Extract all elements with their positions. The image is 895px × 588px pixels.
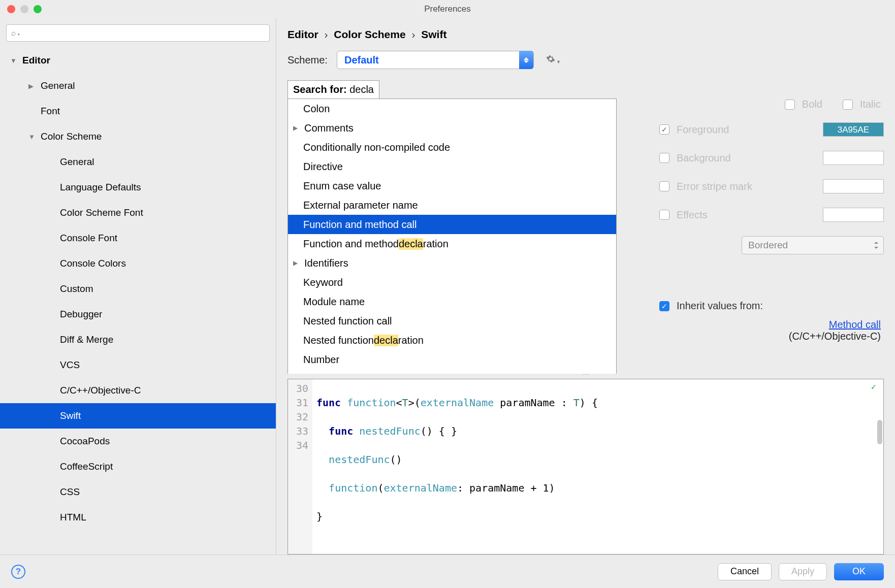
checkbox-icon[interactable]	[659, 181, 669, 191]
chevron-right-icon: ▶	[28, 82, 36, 90]
sidebar-item-label: C/C++/Objective-C	[60, 385, 141, 396]
sidebar-item[interactable]: ▶General	[0, 73, 276, 99]
attribute-label: Enum case value	[303, 180, 381, 192]
sidebar-item[interactable]: Debugger	[0, 302, 276, 327]
checkbox-icon[interactable]	[785, 100, 795, 110]
checkbox-icon[interactable]	[659, 153, 669, 163]
sidebar-search-input[interactable]	[6, 24, 270, 42]
sidebar-item[interactable]: Font	[0, 99, 276, 124]
attribute-list[interactable]: Colon▶CommentsConditionally non-compiled…	[287, 99, 617, 374]
attribute-label: Nested function call	[303, 315, 392, 327]
maximize-icon[interactable]	[34, 5, 42, 13]
sidebar-item[interactable]: Color Scheme Font	[0, 200, 276, 225]
sidebar-item[interactable]: General	[0, 149, 276, 175]
sidebar-item-editor[interactable]: ▼ Editor	[0, 48, 276, 73]
sidebar-item[interactable]: C/C++/Objective-C	[0, 378, 276, 403]
sidebar-item[interactable]: Diff & Merge	[0, 327, 276, 352]
chevron-down-icon: ▼	[10, 57, 17, 64]
effects-type-row: Bordered	[659, 236, 884, 254]
effects-label: Effects	[677, 209, 823, 221]
background-row: Background	[659, 151, 884, 165]
sidebar-item[interactable]: CSS	[0, 479, 276, 505]
sidebar-item-label: Editor	[22, 55, 50, 66]
sidebar-item[interactable]: HTML	[0, 505, 276, 530]
checkbox-icon[interactable]	[659, 124, 669, 135]
code-area[interactable]: func function<T>(externalName paramName …	[312, 379, 883, 554]
bold-checkbox-row[interactable]: Bold	[785, 99, 822, 110]
attribute-label: Module name	[303, 296, 365, 308]
scheme-label: Scheme:	[287, 54, 328, 66]
search-icon: ⌕▾	[11, 28, 21, 38]
effects-color-swatch[interactable]	[823, 208, 884, 222]
cancel-button[interactable]: Cancel	[718, 563, 772, 580]
minimize-icon[interactable]	[20, 5, 28, 13]
attribute-row[interactable]: Keyword	[288, 273, 616, 292]
line-number: 33	[292, 424, 308, 438]
attribute-row[interactable]: Function and method call	[288, 215, 616, 234]
attribute-row[interactable]: ▶Comments	[288, 118, 616, 138]
ok-button[interactable]: OK	[834, 563, 884, 580]
preferences-window: Preferences ⌕▾ ▼ Editor ▶GeneralFont▼Col…	[0, 0, 895, 588]
error-stripe-color-swatch[interactable]	[823, 179, 884, 193]
attribute-row[interactable]: ▶Identifiers	[288, 253, 616, 273]
scheme-value: Default	[337, 54, 519, 66]
attribute-label: Conditionally non-compiled code	[303, 142, 450, 153]
effects-type-select[interactable]: Bordered	[742, 236, 884, 254]
attribute-label: Directive	[303, 161, 343, 173]
close-icon[interactable]	[7, 5, 15, 13]
background-color-swatch[interactable]	[823, 151, 884, 165]
search-for-query: decla	[349, 84, 374, 95]
gear-icon[interactable]: ▼	[546, 54, 561, 66]
sidebar-item[interactable]: CoffeeScript	[0, 454, 276, 479]
sidebar-item[interactable]: Swift	[0, 403, 276, 429]
checkbox-icon[interactable]	[843, 100, 853, 110]
sidebar-item[interactable]: CocoaPods	[0, 429, 276, 454]
sidebar-item-label: Console Font	[60, 233, 117, 244]
sidebar-item[interactable]: Custom	[0, 276, 276, 302]
breadcrumb-segment: Swift	[421, 28, 446, 40]
attribute-row[interactable]: Directive	[288, 157, 616, 176]
attribute-row[interactable]: Nested function call	[288, 311, 616, 331]
attribute-row[interactable]: Conditionally non-compiled code	[288, 138, 616, 157]
sidebar-item[interactable]: Console Colors	[0, 251, 276, 276]
attribute-row[interactable]: Module name	[288, 292, 616, 311]
attribute-row[interactable]: Property	[288, 369, 616, 374]
sidebar-item[interactable]: Language Defaults	[0, 175, 276, 200]
resize-handle-icon[interactable]: ˙˙˙˙˙˙˙	[287, 374, 884, 379]
scheme-select[interactable]: Default	[337, 51, 534, 69]
attribute-row[interactable]: Nested function declaration	[288, 331, 616, 350]
attribute-label: Nested function	[303, 335, 374, 346]
attribute-search-box[interactable]: Search for: decla	[287, 80, 379, 99]
attribute-row[interactable]: Function and method declaration	[288, 234, 616, 253]
help-button[interactable]: ?	[11, 565, 25, 579]
scrollbar-thumb[interactable]	[877, 420, 882, 444]
foreground-color-swatch[interactable]: 3A95AE	[823, 122, 884, 137]
sidebar-item-label: Color Scheme	[41, 131, 102, 142]
attribute-label: Comments	[304, 122, 354, 134]
sidebar-item[interactable]: ▼Color Scheme	[0, 124, 276, 149]
sidebar: ⌕▾ ▼ Editor ▶GeneralFont▼Color SchemeGen…	[0, 18, 276, 554]
apply-button[interactable]: Apply	[779, 563, 827, 580]
sidebar-tree[interactable]: ▼ Editor ▶GeneralFont▼Color SchemeGenera…	[0, 48, 276, 554]
italic-checkbox-row[interactable]: Italic	[843, 99, 881, 110]
sidebar-item[interactable]: Console Font	[0, 225, 276, 251]
attribute-label: External parameter name	[303, 200, 418, 211]
titlebar: Preferences	[0, 0, 895, 18]
chevron-down-icon: ▼	[28, 133, 36, 141]
breadcrumb-segment: Color Scheme	[334, 28, 405, 40]
inherit-block: Inherit values from: Method call (C/C++/…	[659, 300, 884, 342]
attribute-row[interactable]: Number	[288, 350, 616, 369]
main-content: ⌕▾ ▼ Editor ▶GeneralFont▼Color SchemeGen…	[0, 18, 895, 554]
attribute-row[interactable]: External parameter name	[288, 195, 616, 215]
breadcrumb: Editor › Color Scheme › Swift	[287, 25, 884, 51]
inherit-link[interactable]: Method call	[829, 319, 881, 330]
attribute-row[interactable]: Colon	[288, 99, 616, 118]
checkbox-icon[interactable]	[659, 301, 669, 311]
sidebar-item[interactable]: VCS	[0, 352, 276, 378]
attribute-row[interactable]: Enum case value	[288, 176, 616, 195]
chevron-right-icon: ▶	[293, 259, 302, 267]
sidebar-item-label: Custom	[60, 283, 93, 295]
italic-label: Italic	[860, 99, 881, 110]
checkbox-icon[interactable]	[659, 210, 669, 220]
sidebar-item-label: Font	[41, 106, 60, 117]
